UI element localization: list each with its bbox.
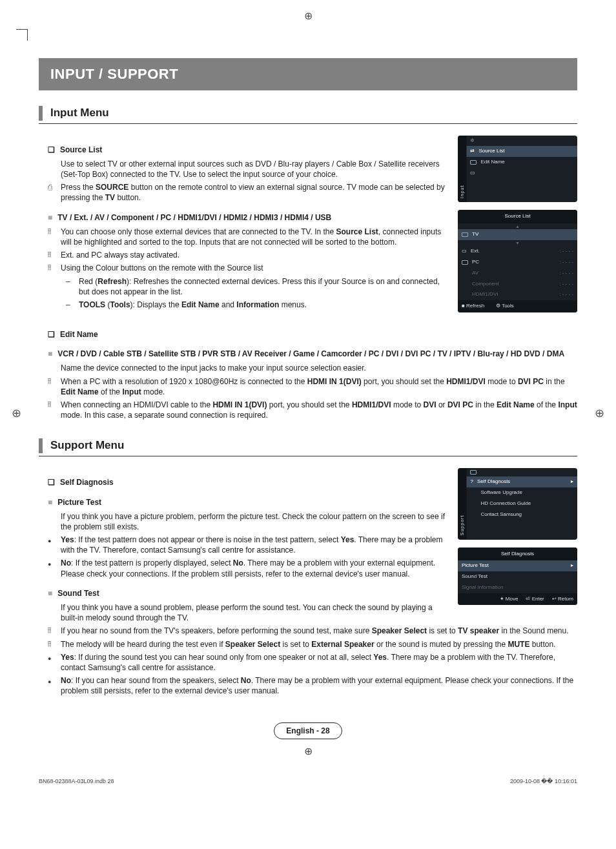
osd-item-dim: HDMI1/DVI: - - - - — [458, 289, 577, 300]
txt: or the sound is muted by pressing the — [375, 640, 508, 649]
bold: Source List — [336, 227, 378, 236]
sound-test-desc: If you think you have a sound problem, p… — [61, 602, 446, 623]
note: Using the Colour buttons on the remote w… — [48, 263, 446, 273]
b: Yes — [61, 535, 74, 544]
txt: mode. In this case, a separate sound con… — [61, 411, 268, 420]
txt: of the — [99, 387, 123, 396]
txt: When connecting an HDMI/DVI cable to the — [61, 400, 212, 409]
self-diagnosis-title: Self Diagnosis — [48, 477, 446, 487]
txt: : If the test pattern is properly displa… — [71, 558, 233, 568]
osd-item-selected: ⇄Source List — [466, 146, 577, 157]
txt: Tools — [502, 303, 514, 309]
b: No — [233, 558, 243, 568]
txt: Picture Test — [462, 562, 489, 569]
txt: Press the — [61, 183, 96, 192]
print-register-right: ⊕ — [595, 405, 604, 421]
txt: : - - - - — [559, 281, 573, 288]
bold: Edit Name — [181, 300, 220, 309]
tv-ext-title-text: TV / Ext. / AV / Component / PC / HDMI1/… — [57, 212, 331, 223]
txt: You can choose only those external devic… — [61, 227, 336, 236]
txt: in the — [473, 400, 497, 409]
b: MUTE — [508, 640, 529, 649]
txt: menus. — [279, 300, 307, 309]
note: Ext. and PC always stay activated. — [48, 250, 446, 260]
txt: : - - - - — [559, 259, 573, 266]
print-timestamp: 2009-10-08 �� 10:16:01 — [510, 777, 577, 785]
b: DVI PC — [447, 400, 473, 409]
page-number-pill: English - 28 — [274, 722, 342, 739]
txt: Return — [558, 596, 573, 602]
txt: of the — [535, 400, 559, 409]
osd-header: Source List — [458, 210, 577, 223]
bold: SOURCE — [96, 183, 128, 192]
osd-item-selected: TV — [458, 229, 577, 240]
divider — [39, 123, 577, 124]
b: DVI — [424, 400, 436, 409]
print-metadata: BN68-02388A-03L09.indb 28 2009-10-08 �� … — [39, 777, 577, 785]
divider — [39, 456, 577, 456]
txt: : If the test pattern does not appear or… — [74, 535, 341, 544]
osd-item: Sound Test — [458, 571, 577, 582]
edit-name-title: Edit Name — [48, 329, 577, 340]
b: HDMI IN 1(DVI) — [212, 400, 267, 409]
osd-side-label: Support — [458, 468, 466, 539]
note: If you hear no sound from the TV's speak… — [48, 626, 577, 636]
txt: Contact Samsung — [480, 511, 522, 518]
b: No — [241, 676, 251, 685]
txt: port, you should set the — [362, 377, 446, 386]
b: HDMI1/DVI — [352, 400, 391, 409]
edit-name-desc: Name the device connected to the input j… — [61, 363, 577, 373]
osd-item: ▭ — [466, 168, 577, 179]
txt: port, you should set the — [267, 400, 351, 409]
b: Edit Name — [497, 400, 535, 409]
txt: Ext. and PC always stay activated. — [61, 250, 446, 260]
txt: The melody will be heard during the test… — [61, 640, 225, 649]
txt: button. — [529, 640, 555, 649]
bullet-yes: Yes: If the test pattern does not appear… — [48, 535, 446, 555]
txt: Signal Information — [462, 584, 503, 591]
b: Yes — [373, 653, 387, 662]
osd-icon-row — [466, 468, 577, 476]
txt: is set to — [280, 640, 311, 649]
txt: : If you can hear sound from the speaker… — [71, 676, 241, 685]
txt: Software Upgrade — [480, 489, 522, 496]
txt: Refresh — [466, 303, 484, 309]
txt: When a PC with a resolution of 1920 x 10… — [61, 377, 307, 386]
txt: Ext. — [471, 248, 480, 255]
bold: TV — [105, 193, 115, 202]
osd-item-dim: Signal Information — [458, 582, 577, 593]
input-menu-heading: Input Menu — [39, 106, 577, 121]
bullet-yes: Yes: If during the sound test you can he… — [48, 652, 577, 673]
b: TV speaker — [458, 626, 499, 635]
osd-self-diagnosis: Self Diagnosis Picture Test▸ Sound Test … — [458, 547, 577, 606]
txt: : - - - - — [559, 248, 573, 255]
txt: is set to — [427, 626, 458, 635]
dash-item: Red (Refresh): Refreshes the connected e… — [66, 276, 446, 297]
bold: Refresh — [98, 277, 127, 286]
edit-name-devices: VCR / DVD / Cable STB / Satellite STB / … — [48, 349, 577, 359]
source-list-title-text: Source List — [60, 145, 102, 155]
txt: : - - - - — [559, 291, 573, 298]
txt: Move — [506, 596, 518, 602]
osd-item: Software Upgrade — [466, 487, 577, 498]
print-register-left: ⊕ — [12, 405, 21, 421]
txt: button. — [115, 193, 141, 202]
txt: TV — [472, 231, 478, 238]
osd-footer: ■ Refresh ⚙ Tools — [458, 300, 577, 312]
osd-side-label: Input — [458, 136, 466, 202]
txt: : - - - - — [559, 270, 573, 277]
osd-support-menu: Support ?Self Diagnosis▸ Software Upgrad… — [458, 468, 577, 539]
print-file: BN68-02388A-03L09.indb 28 — [39, 777, 114, 785]
b: External Speaker — [311, 640, 374, 649]
b: HDMI IN 1(DVI) — [307, 377, 362, 386]
txt: Enter — [532, 596, 544, 602]
edit-name-title-text: Edit Name — [60, 329, 98, 340]
txt: : If during the sound test you can hear … — [74, 653, 374, 662]
b: Input — [558, 400, 577, 409]
b: Yes — [61, 653, 74, 662]
txt: AV — [472, 270, 478, 277]
gear-icon: ✲ — [466, 136, 577, 147]
txt: mode. — [141, 387, 165, 396]
bullet-no: No: If the test pattern is properly disp… — [48, 558, 446, 578]
txt: VCR / DVD / Cable STB / Satellite STB / … — [57, 349, 564, 359]
